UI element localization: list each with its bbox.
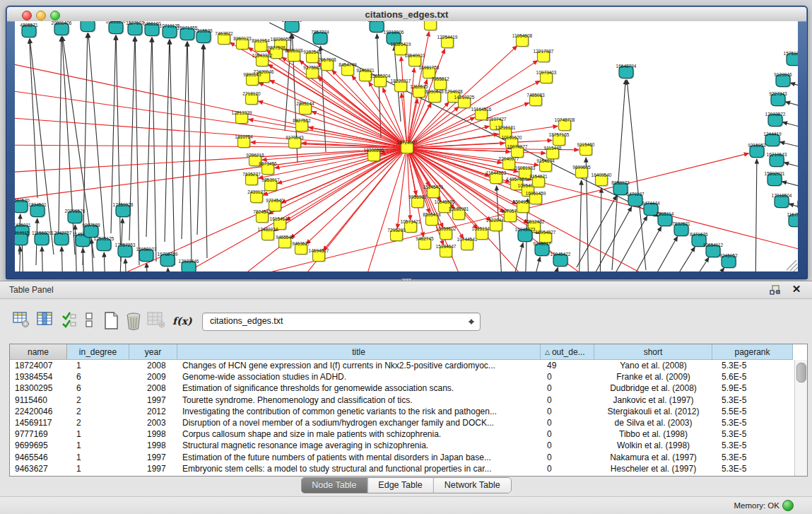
- graph-node-label: 8118304: [422, 21, 440, 22]
- column-header-in_degree[interactable]: in_degree: [67, 344, 129, 360]
- table-toolbar: f(x) citations_edges.txt: [0, 307, 812, 338]
- graph-node[interactable]: [370, 21, 384, 33]
- citation-edge: [510, 243, 523, 271]
- table-row[interactable]: 1456911722003Disruption of a novel membe…: [10, 417, 795, 428]
- network-table-select[interactable]: citations_edges.txt: [202, 313, 481, 331]
- close-panel-icon[interactable]: ✕: [791, 283, 802, 296]
- graph-node-label: 8427552: [293, 118, 311, 123]
- scrollbar-thumb[interactable]: [796, 363, 806, 382]
- citation-edge: [170, 40, 175, 265]
- table-cell: 0: [541, 406, 594, 417]
- graph-node-label: 15184647: [436, 244, 457, 249]
- table-row[interactable]: 1830029562008Estimation of significance …: [10, 382, 795, 394]
- column-header-out_de[interactable]: △out_de...: [541, 344, 594, 360]
- float-window-icon[interactable]: [770, 284, 781, 296]
- table-cell: Nakamura et al. (1997): [594, 452, 712, 463]
- graph-node[interactable]: [81, 21, 95, 32]
- table-cell: 5.3E-5: [712, 428, 793, 440]
- network-table-select-value: citations_edges.txt: [210, 316, 283, 326]
- graph-node-label: 9827508: [267, 45, 286, 50]
- table-tabs-row: Node TableEdge TableNetwork Table: [0, 477, 812, 496]
- tab-edge-table[interactable]: Edge Table: [367, 478, 433, 493]
- row-selector-icon[interactable]: [85, 311, 103, 332]
- select-all-rows-icon[interactable]: [61, 311, 80, 332]
- table-cell: 2008: [129, 382, 177, 394]
- citation-edge-selected: [15, 148, 401, 201]
- table-cell: 1998: [129, 440, 177, 451]
- graph-node-label: 10744541: [457, 237, 478, 242]
- graph-node-label: 15145451: [423, 185, 444, 189]
- function-builder-icon[interactable]: f(x): [172, 315, 192, 327]
- column-header-name[interactable]: name: [10, 344, 67, 360]
- network-canvas[interactable]: 4805571208914068957189106532571527607646…: [15, 21, 798, 271]
- table-cell: 5.6E-5: [712, 371, 793, 382]
- table-cell: 0: [541, 440, 594, 451]
- tab-network-table[interactable]: Network Table: [433, 478, 511, 493]
- graph-node-label: 16154147: [270, 216, 290, 221]
- table-cell: Wolkin et al. (1998): [594, 440, 712, 451]
- column-header-short[interactable]: short: [594, 344, 712, 360]
- citation-edge: [204, 45, 207, 258]
- table-type-tabs: Node TableEdge TableNetwork Table: [300, 477, 511, 493]
- graph-node-label: 9154621: [529, 174, 548, 179]
- citation-edge: [783, 122, 798, 132]
- table-cell: 1: [67, 463, 129, 474]
- citation-edge: [152, 37, 156, 262]
- vertical-scrollbar[interactable]: [794, 360, 807, 476]
- table-row[interactable]: 911546021997Tourette syndrome. Phenomeno…: [10, 395, 795, 406]
- graph-node-label: 12505125: [94, 236, 114, 241]
- graph-node-label: 7632621: [672, 221, 690, 226]
- table-row[interactable]: 969969511998Structural magnetic resonanc…: [10, 440, 795, 451]
- graph-node-label: 9245052: [719, 253, 738, 258]
- tab-node-table[interactable]: Node Table: [301, 478, 367, 493]
- graph-node-label: 7295290: [387, 228, 406, 233]
- graph-node-label: 6794028: [445, 89, 463, 94]
- table-row[interactable]: 977716911998Corpus callosum shape and si…: [10, 428, 795, 440]
- table-options-icon[interactable]: [13, 311, 31, 332]
- delete-table-icon[interactable]: [124, 311, 143, 332]
- graph-node[interactable]: [425, 21, 437, 30]
- graph-node-label: 10946985: [435, 199, 455, 204]
- graph-node-label: 7624541: [253, 209, 271, 214]
- table-cell: 5.3E-5: [712, 417, 793, 428]
- column-header-title[interactable]: title: [177, 344, 541, 360]
- graph-node-label: 9146821: [356, 68, 375, 73]
- create-table-icon[interactable]: [103, 311, 122, 332]
- show-columns-icon[interactable]: [37, 311, 55, 332]
- column-header-pagerank[interactable]: pagerank: [712, 344, 793, 360]
- graph-node-label: 9175685: [303, 65, 322, 70]
- graph-node-label: 16033809: [282, 21, 302, 23]
- graph-node-label: 1362615: [410, 84, 428, 89]
- table-row[interactable]: 946362711997Embryonic stem cells: a mode…: [10, 463, 795, 474]
- table-cell: 5.9E-5: [712, 382, 793, 394]
- graph-node-label: 14957984: [507, 177, 527, 182]
- graph-node-label: 15892931: [765, 171, 785, 176]
- citation-edge-selected: [220, 152, 402, 272]
- graph-node-label: 14694517: [309, 248, 329, 253]
- graph-node-label: 22040977: [499, 156, 519, 161]
- citation-edge: [83, 248, 84, 271]
- table-cell: 5.3E-5: [712, 395, 793, 406]
- table-cell: de Silva et al. (2003): [594, 417, 712, 428]
- graph-node-label: 16081983: [515, 165, 536, 170]
- table-cell: Yano et al. (2008): [594, 360, 712, 371]
- graph-node[interactable]: [285, 21, 299, 33]
- memory-status-icon[interactable]: [782, 500, 794, 511]
- status-bar: Memory: OK: [0, 496, 812, 514]
- table-cell: Tourette syndrome. Phenomenology and cla…: [177, 395, 541, 406]
- citation-edge: [187, 42, 192, 262]
- combo-stepper-icon: [467, 315, 476, 329]
- table-cell: Estimation of the future numbers of pati…: [177, 452, 541, 463]
- column-header-year[interactable]: year: [129, 344, 177, 360]
- citation-edge-selected: [15, 117, 401, 147]
- table-row[interactable]: 946554611997Estimation of the future num…: [10, 452, 795, 463]
- table-row[interactable]: 2242004622012Investigating the contribut…: [10, 406, 795, 417]
- graph-node-label: 8454749: [339, 62, 357, 67]
- citation-edge: [168, 268, 170, 271]
- citation-edge: [30, 39, 54, 255]
- table-row[interactable]: 1872400712008Changes of HCN gene express…: [10, 360, 795, 371]
- graph-node-label: 8595418: [423, 212, 441, 217]
- delete-table-disabled-icon: [147, 311, 165, 332]
- graph-node-label: 7435031: [15, 223, 31, 228]
- table-row[interactable]: 1938455462009Genome-wide association stu…: [10, 371, 795, 382]
